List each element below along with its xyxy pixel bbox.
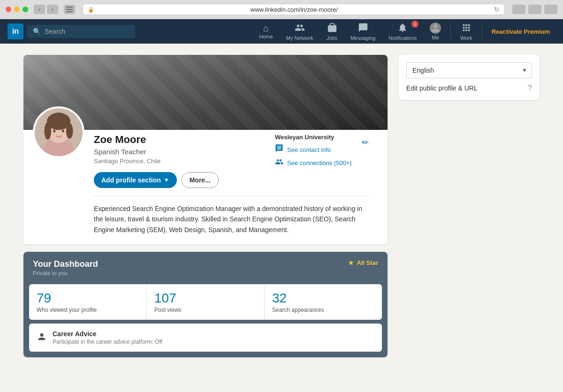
sidebar-toggle-button[interactable] (64, 5, 75, 14)
language-select[interactable]: English Español Français Deutsch 中文 (406, 62, 532, 78)
nav-home-label: Home (259, 34, 273, 39)
sidebar-column: English Español Français Deutsch 中文 ▼ Ed… (399, 55, 540, 357)
svg-rect-1 (66, 9, 73, 10)
home-icon: ⌂ (263, 23, 269, 33)
language-selector-wrapper: English Español Français Deutsch 中文 ▼ (406, 62, 532, 78)
search-input[interactable] (45, 28, 129, 35)
page-content: ✏ Zoe Moore Spanish Teacher Santiago Pro… (14, 55, 549, 357)
dashboard-stats: 79 Who viewed your profile 107 Post view… (29, 284, 382, 320)
dashboard-card: Your Dashboard Private to you ★ All Star… (23, 252, 388, 357)
maximize-button[interactable] (23, 7, 28, 12)
career-advice-sub: Participate in the career advice platfor… (53, 339, 162, 345)
help-icon: ? (528, 84, 532, 92)
notifications-badge: 1 (411, 21, 418, 28)
refresh-button[interactable]: ↻ (494, 6, 500, 13)
svg-rect-2 (66, 11, 73, 12)
star-icon: ★ (348, 259, 354, 266)
allstar-badge: ★ All Star (348, 259, 378, 266)
close-button[interactable] (6, 7, 11, 12)
nav-divider-2 (482, 24, 482, 39)
nav-divider (450, 24, 451, 39)
profile-card: ✏ Zoe Moore Spanish Teacher Santiago Pro… (23, 55, 388, 244)
jobs-icon (327, 23, 337, 34)
reactivate-label: Reactivate Premium (492, 28, 550, 35)
stat-post-views[interactable]: 107 Post views (147, 284, 265, 320)
profile-photo (33, 106, 84, 158)
nav-me[interactable]: Me (424, 19, 447, 44)
minimize-button[interactable] (14, 7, 20, 12)
nav-notifications-label: Notifications (388, 35, 417, 41)
svg-rect-0 (66, 7, 73, 8)
notifications-icon (397, 23, 408, 34)
public-profile-link[interactable]: Edit public profile & URL ? (406, 84, 532, 92)
stat-search-appearances[interactable]: 32 Search appearances (265, 284, 382, 320)
main-column: ✏ Zoe Moore Spanish Teacher Santiago Pro… (23, 55, 388, 357)
contact-info-label: See contact info (287, 146, 331, 153)
profile-views-number: 79 (37, 291, 139, 306)
browser-action-1[interactable] (512, 5, 525, 14)
dashboard-title: Your Dashboard (33, 259, 98, 269)
nav-home[interactable]: ⌂ Home (253, 20, 278, 43)
svg-point-9 (44, 122, 51, 140)
nav-network-label: My Network (286, 35, 313, 41)
allstar-label: All Star (357, 259, 378, 266)
nav-me-label: Me (432, 35, 439, 40)
add-section-label: Add profile section (101, 176, 161, 184)
contact-icon (275, 144, 283, 155)
nav-jobs-label: Jobs (327, 35, 337, 41)
messaging-icon (358, 23, 368, 34)
search-icon: 🔍 (33, 28, 41, 35)
more-button[interactable]: More... (182, 172, 219, 188)
add-profile-section-button[interactable]: Add profile section ▼ (94, 172, 177, 188)
dropdown-arrow-icon: ▼ (164, 177, 169, 183)
url-bar[interactable]: www.linkedin.com/in/zoe-moore/ (97, 6, 491, 13)
me-avatar (430, 23, 441, 34)
nav-work-label: Work (460, 35, 472, 41)
post-views-number: 107 (154, 291, 257, 306)
search-bar[interactable]: 🔍 (27, 25, 135, 38)
career-advice-icon (37, 332, 47, 344)
nav-notifications[interactable]: 1 Notifications (383, 19, 422, 45)
public-profile-label: Edit public profile & URL (406, 84, 478, 92)
linkedin-logo[interactable]: in (8, 23, 23, 39)
nav-messaging-label: Messaging (350, 35, 375, 41)
connections-label: See connections (500+) (287, 159, 352, 166)
dashboard-subtitle: Private to you (33, 270, 98, 277)
nav-my-network[interactable]: My Network (281, 19, 319, 45)
profile-university: Wesleyan University (275, 134, 369, 141)
svg-point-14 (62, 130, 64, 132)
action-buttons: Add profile section ▼ More... (94, 172, 266, 188)
svg-point-13 (53, 130, 55, 132)
post-views-label: Post views (154, 307, 257, 313)
ssl-lock-icon: 🔒 (88, 7, 94, 13)
browser-action-3[interactable] (544, 5, 557, 14)
profile-title: Spanish Teacher (94, 148, 266, 156)
stat-profile-views[interactable]: 79 Who viewed your profile (29, 284, 147, 320)
back-button[interactable]: ‹ (34, 5, 45, 14)
linkedin-navbar: in 🔍 ⌂ Home My Network Jobs Messaging (0, 19, 563, 44)
search-appearances-number: 32 (272, 291, 374, 306)
connections-icon (275, 158, 283, 168)
search-appearances-label: Search appearances (272, 307, 374, 313)
network-icon (295, 23, 305, 34)
career-advice-section[interactable]: Career Advice Participate in the career … (29, 324, 382, 352)
connections-link[interactable]: See connections (500+) (275, 158, 369, 168)
profile-bio: Experienced Search Engine Optimization M… (94, 204, 369, 235)
forward-button[interactable]: › (47, 5, 58, 14)
language-widget: English Español Français Deutsch 中文 ▼ Ed… (399, 55, 540, 100)
dashboard-header: Your Dashboard Private to you ★ All Star (23, 252, 388, 280)
svg-point-10 (66, 123, 73, 139)
nav-messaging[interactable]: Messaging (345, 19, 381, 45)
contact-info-link[interactable]: See contact info (275, 144, 369, 155)
work-icon (461, 23, 472, 34)
nav-jobs[interactable]: Jobs (321, 19, 343, 45)
profile-name: Zoe Moore (94, 134, 266, 146)
profile-views-label: Who viewed your profile (37, 307, 139, 313)
edit-profile-button[interactable]: ✏ (362, 137, 369, 148)
browser-action-2[interactable] (528, 5, 541, 14)
career-advice-title: Career Advice (53, 330, 162, 338)
premium-button[interactable]: Reactivate Premium (486, 24, 555, 39)
nav-work[interactable]: Work (455, 19, 478, 45)
profile-location: Santiago Province, Chile (94, 158, 266, 165)
